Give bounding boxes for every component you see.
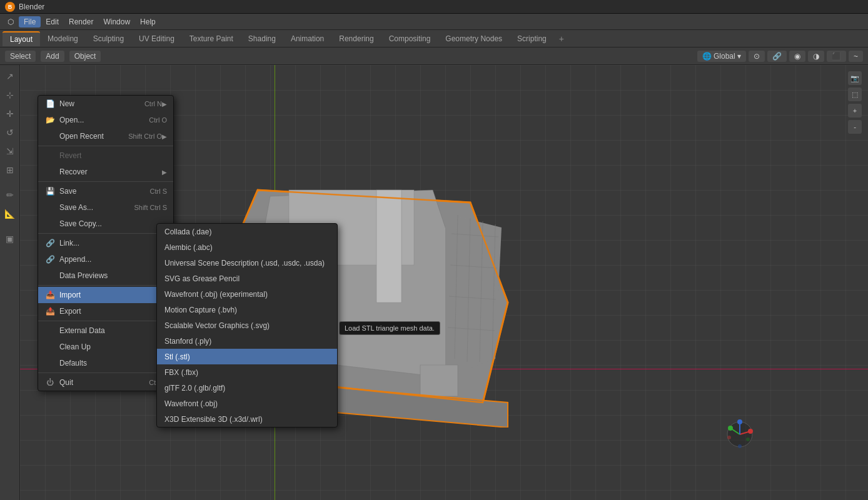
export-menu-item[interactable]: 📤 Export ▶	[38, 303, 173, 319]
external-data-label: External Data	[59, 326, 162, 335]
save-copy-menu-item[interactable]: Save Copy...	[38, 216, 173, 232]
toolbar-right: 🌐 Global ▾ ⊙ 🔗 ◉ ◑ ⬛ ~	[697, 51, 863, 62]
open-shortcut: Ctrl O	[149, 116, 167, 124]
zoom-in-btn[interactable]: +	[848, 104, 862, 118]
scale-icon[interactable]: ⇲	[1, 142, 19, 160]
save-copy-label: Save Copy...	[59, 219, 167, 228]
import-alembic[interactable]: Alembic (.abc)	[157, 239, 337, 255]
tab-uv-editing[interactable]: UV Editing	[131, 32, 182, 46]
select-toolbar-btn[interactable]: Select	[5, 51, 36, 62]
link-icon: 🔗	[44, 238, 56, 249]
external-data-menu-item[interactable]: External Data ▶	[38, 322, 173, 339]
import-motion-capture[interactable]: Motion Capture (.bvh)	[157, 302, 337, 318]
tab-compositing[interactable]: Compositing	[381, 32, 438, 46]
svg-rect-4	[376, 190, 401, 302]
new-shortcut: Ctrl N	[144, 100, 162, 108]
window-menu-item[interactable]: Window	[98, 16, 135, 28]
separator-6	[38, 372, 173, 373]
camera-view-btn[interactable]: 📷	[848, 71, 862, 85]
new-menu-item[interactable]: 📄 New Ctrl N ▶	[38, 96, 173, 112]
quit-menu-item[interactable]: ⏻ Quit Ctrl Q	[38, 374, 173, 391]
view-shading-btn[interactable]: ⬛	[827, 51, 846, 62]
import-svg-scalable[interactable]: Scalable Vector Graphics (.svg)	[157, 318, 337, 333]
titlebar: B Blender	[0, 0, 868, 14]
append-menu-item[interactable]: 🔗 Append...	[38, 251, 173, 268]
3d-viewport[interactable]: 📷 ⬚ + - 📄 New Ctrl N ▶ 📂 Open... Ctrl O	[20, 65, 868, 500]
import-svg-grease[interactable]: SVG as Grease Pencil	[157, 271, 337, 286]
tab-shading[interactable]: Shading	[241, 32, 283, 46]
move-icon[interactable]: ✛	[1, 105, 19, 122]
link-label: Link...	[59, 239, 167, 248]
import-stl[interactable]: Stl (.stl)	[157, 349, 337, 364]
pivot-select[interactable]: ⊙	[749, 51, 765, 62]
help-menu-item[interactable]: Help	[135, 16, 161, 28]
data-previews-icon	[44, 270, 56, 281]
new-arrow: ▶	[162, 101, 167, 108]
import-wavefront-obj[interactable]: Wavefront (.obj)	[157, 396, 337, 411]
tab-texture-paint[interactable]: Texture Paint	[182, 32, 241, 46]
file-dropdown-menu: 📄 New Ctrl N ▶ 📂 Open... Ctrl O Open Rec…	[38, 95, 174, 391]
open-recent-menu-item[interactable]: Open Recent Shift Ctrl O ▶	[38, 128, 173, 144]
orthographic-btn[interactable]: ⬚	[848, 88, 862, 101]
add-object-icon[interactable]: ▣	[1, 230, 19, 248]
blender-menu-icon[interactable]: ⬡	[3, 16, 19, 28]
add-workspace-tab-button[interactable]: +	[554, 31, 569, 46]
separator-3	[38, 233, 173, 234]
recover-arrow: ▶	[162, 169, 167, 176]
import-collada[interactable]: Collada (.dae)	[157, 224, 337, 239]
xray-btn[interactable]: ◑	[808, 51, 824, 62]
defaults-menu-item[interactable]: Defaults ▶	[38, 355, 173, 371]
zoom-out-btn[interactable]: -	[848, 120, 862, 134]
import-menu-item[interactable]: 📥 Import ▶	[38, 287, 173, 303]
tab-scripting[interactable]: Scripting	[510, 32, 554, 46]
revert-menu-item[interactable]: Revert	[38, 148, 173, 164]
proportional-icon[interactable]: ~	[849, 51, 863, 62]
save-menu-item[interactable]: 💾 Save Ctrl S	[38, 183, 173, 199]
data-previews-menu-item[interactable]: Data Previews ▶	[38, 268, 173, 284]
select-box-icon[interactable]: ↗	[1, 68, 19, 85]
tab-modeling[interactable]: Modeling	[40, 32, 86, 46]
open-recent-arrow: ▶	[162, 133, 167, 140]
import-usd[interactable]: Universal Scene Description (.usd, .usdc…	[157, 255, 337, 271]
save-shortcut: Ctrl S	[150, 188, 168, 195]
save-as-menu-item[interactable]: Save As... Shift Ctrl S	[38, 199, 173, 216]
tab-rendering[interactable]: Rendering	[331, 32, 381, 46]
import-x3d[interactable]: X3D Extensible 3D (.x3d/.wrl)	[157, 411, 337, 427]
link-menu-item[interactable]: 🔗 Link...	[38, 235, 173, 251]
menubar: ⬡ File Edit Render Window Help	[0, 14, 868, 30]
add-toolbar-btn[interactable]: Add	[41, 51, 64, 62]
svg-point-26	[746, 438, 750, 441]
cursor-icon[interactable]: ⊹	[1, 86, 19, 104]
tab-animation[interactable]: Animation	[283, 32, 331, 46]
open-menu-item[interactable]: 📂 Open... Ctrl O	[38, 112, 173, 128]
workspace-tabs: Layout Modeling Sculpting UV Editing Tex…	[0, 30, 868, 48]
tab-layout[interactable]: Layout	[3, 31, 40, 46]
file-menu-item[interactable]: File	[19, 16, 41, 28]
save-label: Save	[59, 187, 145, 196]
navigation-gizmo[interactable]	[724, 419, 755, 450]
rotate-icon[interactable]: ↺	[1, 124, 19, 141]
import-submenu: Collada (.dae) Alembic (.abc) Universal …	[156, 223, 338, 428]
tab-geometry-nodes[interactable]: Geometry Nodes	[438, 32, 510, 46]
global-view-select[interactable]: 🌐 Global ▾	[697, 51, 746, 62]
main-area: ↗ ⊹ ✛ ↺ ⇲ ⊞ ✏ 📐 ▣	[0, 65, 868, 500]
snap-toggle[interactable]: 🔗	[767, 51, 787, 62]
svg-point-22	[728, 426, 733, 431]
annotate-icon[interactable]: ✏	[1, 186, 19, 204]
overlay-btn[interactable]: ◉	[789, 51, 805, 62]
edit-menu-item[interactable]: Edit	[41, 16, 64, 28]
object-toolbar-btn[interactable]: Object	[69, 51, 101, 62]
svg-point-25	[727, 436, 731, 439]
import-stanford[interactable]: Stanford (.ply)	[157, 333, 337, 349]
transform-icon[interactable]: ⊞	[1, 161, 19, 179]
import-gltf[interactable]: glTF 2.0 (.glb/.gltf)	[157, 380, 337, 396]
clean-up-menu-item[interactable]: Clean Up ▶	[38, 339, 173, 355]
import-fbx[interactable]: FBX (.fbx)	[157, 364, 337, 380]
import-wavefront-exp[interactable]: Wavefront (.obj) (experimental)	[157, 286, 337, 302]
tab-sculpting[interactable]: Sculpting	[86, 32, 131, 46]
svg-point-24	[737, 419, 742, 424]
recover-menu-item[interactable]: Recover ▶	[38, 164, 173, 180]
separator-4	[38, 285, 173, 286]
render-menu-item[interactable]: Render	[64, 16, 98, 28]
measure-icon[interactable]: 📐	[1, 205, 19, 222]
